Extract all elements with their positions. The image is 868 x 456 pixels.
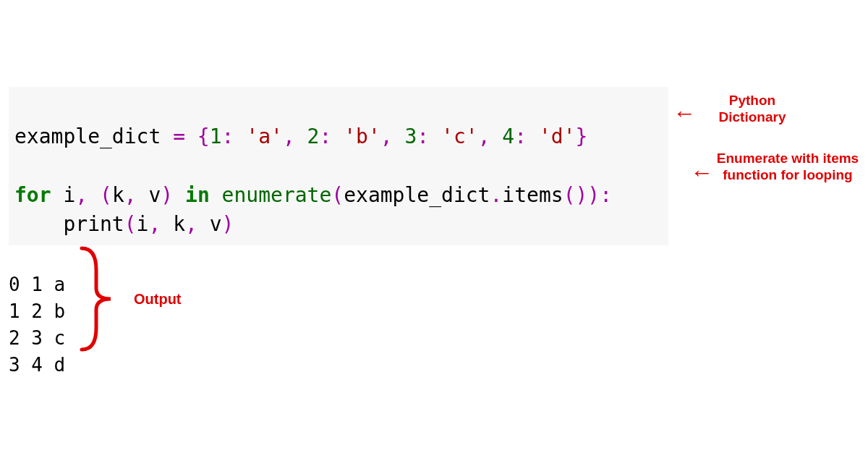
- str: 'a': [246, 124, 283, 148]
- str: 'd': [539, 124, 576, 148]
- output-row: 3 4 d: [9, 354, 65, 376]
- output-block: 0 1 a 1 2 b 2 3 c 3 4 d: [9, 245, 65, 379]
- output-row: 2 3 c: [9, 327, 65, 349]
- annotation-enumerate: Enumerate with items function for loopin…: [712, 150, 864, 183]
- str: 'b': [344, 124, 380, 148]
- op-brace-close: }: [576, 124, 588, 148]
- op-colon: :: [222, 124, 234, 148]
- num: 4: [502, 124, 514, 148]
- arrow-left-icon: ←: [673, 101, 696, 124]
- output-row: 0 1 a: [9, 274, 65, 295]
- num: 1: [210, 124, 222, 148]
- annotation-dictionary: Python Dictionary: [705, 93, 799, 126]
- op-equals: =: [173, 124, 185, 148]
- kw-for: for: [14, 183, 51, 207]
- str: 'c': [441, 124, 478, 148]
- annotation-output: Output: [134, 291, 182, 308]
- num: 3: [404, 124, 417, 148]
- output-row: 1 2 b: [9, 300, 65, 322]
- arrow-left-icon: ←: [690, 161, 713, 184]
- fn-enumerate: enumerate: [222, 183, 332, 207]
- kw-in: in: [185, 183, 210, 207]
- code-ident: example_dict: [14, 124, 173, 148]
- code-block: example_dict = {1: 'a', 2: 'b', 3: 'c', …: [9, 87, 668, 245]
- op-comma: ,: [283, 124, 295, 148]
- op-brace: {: [185, 124, 210, 148]
- num: 2: [307, 124, 320, 148]
- brace-icon: [78, 245, 122, 353]
